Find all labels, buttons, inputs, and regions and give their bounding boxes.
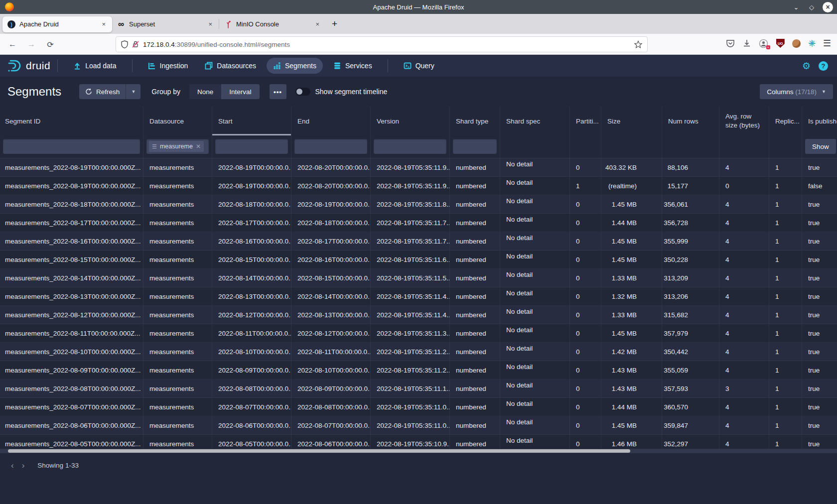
cell-shard-spec: No detail bbox=[500, 398, 570, 416]
url-bar[interactable]: 172.18.0.4:30899/unified-console.html#se… bbox=[116, 36, 648, 52]
filter-cell: ☰measureme✕ bbox=[143, 135, 212, 158]
window-close-button[interactable]: × bbox=[823, 2, 833, 12]
help-icon[interactable]: ? bbox=[819, 61, 828, 71]
table-row[interactable]: measurements_2022-08-07T00:00:00.000Z...… bbox=[0, 398, 837, 416]
column-header-start[interactable]: Start bbox=[212, 107, 291, 135]
next-page-button[interactable]: › bbox=[18, 461, 29, 471]
nav-item-label: Query bbox=[416, 62, 434, 70]
column-header-end[interactable]: End bbox=[291, 107, 371, 135]
tab-close-icon[interactable]: × bbox=[207, 20, 214, 28]
segment-timeline-toggle[interactable] bbox=[295, 88, 310, 96]
column-header-partiti[interactable]: Partiti... bbox=[570, 107, 601, 135]
table-header-row: Segment IDDatasourceStartEndVersionShard… bbox=[0, 107, 837, 135]
more-options-button[interactable]: ••• bbox=[270, 84, 286, 99]
forward-icon[interactable]: → bbox=[25, 38, 38, 51]
extension-asterisk-icon[interactable]: ✳ bbox=[808, 38, 816, 49]
reload-icon[interactable]: ⟳ bbox=[44, 38, 57, 51]
filter-input[interactable] bbox=[453, 139, 497, 154]
column-header-replic[interactable]: Replic... bbox=[769, 107, 802, 135]
nav-item-load-data[interactable]: Load data bbox=[67, 58, 123, 74]
tab-close-icon[interactable]: × bbox=[100, 20, 107, 28]
back-icon[interactable]: ← bbox=[6, 38, 19, 51]
window-maximize-button[interactable]: ◇ bbox=[807, 3, 816, 11]
cell-num-rows: 350,442 bbox=[662, 343, 719, 361]
refresh-button[interactable]: Refresh bbox=[79, 84, 126, 99]
cell-segment-id: measurements_2022-08-19T00:00:00.000Z... bbox=[0, 177, 143, 195]
table-row[interactable]: measurements_2022-08-12T00:00:00.000Z...… bbox=[0, 306, 837, 324]
column-header-datasource[interactable]: Datasource bbox=[143, 107, 212, 135]
nav-item-datasources[interactable]: Datasources bbox=[198, 58, 263, 74]
pocket-icon[interactable] bbox=[726, 39, 735, 48]
cell-size: 1.33 MB bbox=[601, 269, 662, 287]
table-row[interactable]: measurements_2022-08-18T00:00:00.000Z...… bbox=[0, 195, 837, 214]
filter-input[interactable] bbox=[294, 139, 367, 154]
filter-input[interactable] bbox=[374, 139, 446, 154]
horizontal-scrollbar[interactable] bbox=[0, 449, 837, 453]
tab-close-icon[interactable]: × bbox=[314, 20, 321, 28]
nav-item-services[interactable]: Services bbox=[327, 58, 379, 74]
druid-logo[interactable]: druid bbox=[7, 59, 50, 72]
column-header-shard-type[interactable]: Shard type bbox=[450, 107, 500, 135]
cell-shard-type: numbered bbox=[450, 195, 500, 213]
filter-input[interactable] bbox=[3, 139, 140, 154]
previous-page-button[interactable]: ‹ bbox=[7, 461, 18, 471]
column-header-avg-row-size-bytes[interactable]: Avg. row size (bytes) bbox=[719, 107, 769, 135]
table-row[interactable]: measurements_2022-08-16T00:00:00.000Z...… bbox=[0, 232, 837, 251]
cell-segment-id: measurements_2022-08-08T00:00:00.000Z... bbox=[0, 379, 143, 397]
column-header-is-published[interactable]: Is published bbox=[802, 107, 837, 135]
browser-tab-superset[interactable]: ∞Superset× bbox=[112, 16, 219, 32]
column-header-size[interactable]: Size bbox=[601, 107, 662, 135]
columns-button[interactable]: Columns (17/18) ▼ bbox=[760, 84, 833, 99]
is-published-filter-button[interactable]: Show bbox=[805, 139, 836, 154]
settings-gear-icon[interactable]: ⚙ bbox=[802, 60, 811, 72]
browser-tab-minio-console[interactable]: MinIO Console× bbox=[219, 16, 326, 32]
table-row[interactable]: measurements_2022-08-08T00:00:00.000Z...… bbox=[0, 379, 837, 398]
remove-filter-icon[interactable]: ✕ bbox=[196, 143, 201, 150]
table-row[interactable]: measurements_2022-08-09T00:00:00.000Z...… bbox=[0, 361, 837, 379]
new-tab-button[interactable]: + bbox=[326, 18, 343, 29]
bookmark-star-icon[interactable] bbox=[634, 40, 642, 48]
cell-version: 2022-08-19T05:35:11.0... bbox=[371, 416, 450, 434]
refresh-dropdown-button[interactable]: ▼ bbox=[126, 84, 140, 99]
cell-start: 2022-08-09T00:00:00.0... bbox=[212, 361, 291, 379]
browser-tab-apache-druid[interactable]: )Apache Druid× bbox=[2, 16, 112, 32]
menu-icon[interactable]: ☰ bbox=[823, 38, 831, 49]
table-row[interactable]: measurements_2022-08-10T00:00:00.000Z...… bbox=[0, 343, 837, 361]
url-text[interactable]: 172.18.0.4:30899/unified-console.html#se… bbox=[143, 41, 634, 48]
column-header-shard-spec[interactable]: Shard spec bbox=[500, 107, 570, 135]
window-minimize-button[interactable]: ⌄ bbox=[792, 3, 801, 11]
column-header-version[interactable]: Version bbox=[371, 107, 450, 135]
table-row[interactable]: measurements_2022-08-19T00:00:00.000Z...… bbox=[0, 158, 837, 177]
cell-shard-spec: No detail bbox=[500, 269, 570, 287]
nav-item-ingestion[interactable]: Ingestion bbox=[141, 58, 195, 74]
table-row[interactable]: measurements_2022-08-06T00:00:00.000Z...… bbox=[0, 416, 837, 435]
nav-item-segments[interactable]: Segments bbox=[267, 58, 323, 74]
table-row[interactable]: measurements_2022-08-13T00:00:00.000Z...… bbox=[0, 287, 837, 306]
cell-start: 2022-08-18T00:00:00.0... bbox=[212, 195, 291, 213]
cookie-extension-icon[interactable] bbox=[792, 39, 801, 48]
extension-account-icon[interactable]: × bbox=[759, 38, 769, 48]
table-row[interactable]: measurements_2022-08-19T00:00:00.000Z...… bbox=[0, 177, 837, 195]
filter-input[interactable]: ☰measureme✕ bbox=[146, 139, 209, 154]
column-header-num-rows[interactable]: Num rows bbox=[662, 107, 719, 135]
filter-input[interactable] bbox=[215, 139, 288, 154]
ingestion-icon bbox=[148, 62, 156, 70]
datasource-filter-tag[interactable]: ☰measureme✕ bbox=[149, 141, 204, 152]
cell-start: 2022-08-06T00:00:00.0... bbox=[212, 416, 291, 434]
insecure-lock-icon[interactable] bbox=[132, 40, 139, 48]
shield-icon[interactable] bbox=[121, 40, 128, 48]
download-icon[interactable] bbox=[742, 39, 751, 48]
table-row[interactable]: measurements_2022-08-17T00:00:00.000Z...… bbox=[0, 214, 837, 232]
table-row[interactable]: measurements_2022-08-11T00:00:00.000Z...… bbox=[0, 324, 837, 343]
url-path: :30899/unified-console.html#segments bbox=[175, 41, 290, 48]
table-row[interactable]: measurements_2022-08-14T00:00:00.000Z...… bbox=[0, 269, 837, 287]
cell-partition: 0 bbox=[570, 306, 601, 324]
column-header-segment-id[interactable]: Segment ID bbox=[0, 107, 143, 135]
group-by-none-button[interactable]: None bbox=[189, 84, 221, 99]
group-by-interval-button[interactable]: Interval bbox=[221, 84, 259, 99]
scrollbar-thumb[interactable] bbox=[8, 449, 630, 453]
cell-segment-id: measurements_2022-08-14T00:00:00.000Z... bbox=[0, 269, 143, 287]
nav-item-query[interactable]: Query bbox=[397, 58, 441, 74]
table-row[interactable]: measurements_2022-08-15T00:00:00.000Z...… bbox=[0, 251, 837, 269]
ublock-icon[interactable]: UO bbox=[776, 39, 785, 48]
